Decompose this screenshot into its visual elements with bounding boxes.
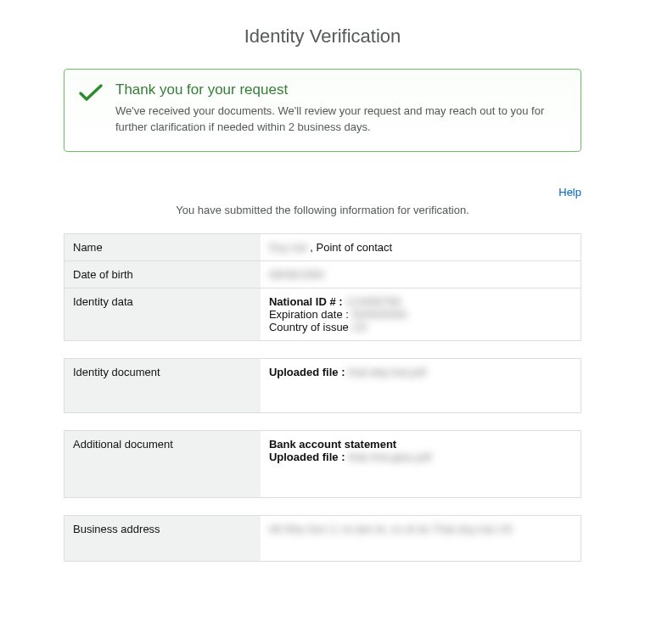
table-row: Date of birth 08/08/1994 [64,260,581,288]
additional-doc-table: Additional document Bank account stateme… [64,430,581,498]
page-title: Identity Verification [64,25,581,48]
identity-doc-label: Identity document [64,358,261,412]
name-suffix: , Point of contact [310,241,392,254]
dob-value: 08/08/1994 [261,260,581,288]
table-row: Identity document Uploaded file : that-d… [64,358,581,412]
biz-addr-line3: US [497,523,513,535]
table-row: Identity data National ID # : 123456789 … [64,288,581,340]
expiration-blurred: 00/00/0000 [351,308,407,321]
table-row: Additional document Bank account stateme… [64,430,581,497]
uploaded-file-label: Uploaded file : [269,366,348,378]
table-row: Business address 48 Nha Son 2, to tam le… [64,515,581,561]
identity-value: National ID # : 123456789 Expiration dat… [261,288,581,340]
biz-addr-label: Business address [64,515,261,561]
dob-value-blurred: 08/08/1994 [269,268,324,281]
national-id-blurred: 123456789 [345,295,401,308]
help-link[interactable]: Help [558,186,581,199]
identity-doc-value: Uploaded file : that-dep-trai.pdf [261,358,581,412]
checkmark-icon [78,81,104,106]
additional-doc-type: Bank account statement [269,438,572,451]
expiration-label: Expiration date : [269,308,352,321]
name-value: Duy trai , Point of contact [261,233,581,260]
national-id-label: National ID # : [269,295,345,308]
biz-addr-line1: 48 Nha Son 2, to tam le, co di do [269,523,429,535]
table-row: Name Duy trai , Point of contact [64,233,581,260]
name-value-blurred: Duy trai [269,241,307,254]
country-label: Country of issue [269,321,352,333]
success-alert: Thank you for your request We've receive… [64,69,581,152]
success-title: Thank you for your request [115,81,567,98]
uploaded-file-label-2: Uploaded file : [269,451,348,463]
business-address-table: Business address 48 Nha Son 2, to tam le… [64,515,581,562]
name-label: Name [64,233,261,260]
basic-info-table: Name Duy trai , Point of contact Date of… [64,233,581,341]
intro-text: You have submitted the following informa… [64,204,581,216]
dob-label: Date of birth [64,260,261,288]
biz-addr-value: 48 Nha Son 2, to tam le, co di do That d… [261,515,581,561]
identity-doc-table: Identity document Uploaded file : that-d… [64,358,581,413]
identity-label: Identity data [64,288,261,340]
identity-doc-file: that-dep-trai.pdf [348,366,426,378]
additional-doc-file: that-nha-giau.pdf [348,451,431,463]
additional-doc-value: Bank account statement Uploaded file : t… [261,430,581,497]
success-text: We've received your documents. We'll rev… [115,104,567,136]
additional-doc-label: Additional document [64,430,261,497]
country-blurred: US [351,321,367,333]
biz-addr-line2: That duy trai [433,523,494,535]
